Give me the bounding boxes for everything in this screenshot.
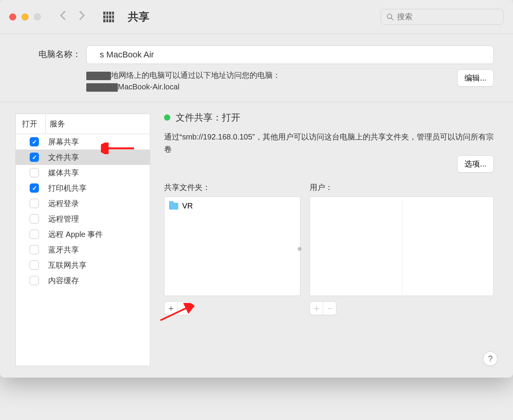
titlebar: 共享 [0,0,513,34]
col-service-header: 服务 [46,114,69,134]
shared-folders-label: 共享文件夹： [164,182,300,193]
users-list[interactable] [310,197,494,296]
service-row[interactable]: ✓打印机共享 [16,180,150,196]
service-row[interactable]: 远程 Apple 事件 [16,227,150,242]
services-header: 打开 服务 [16,114,150,134]
detail-panel: 文件共享：打开 通过“smb://192.168.0.105”，其他用户可以访问… [164,114,494,366]
service-checkbox[interactable] [30,245,39,254]
service-label: 媒体共享 [46,168,79,178]
service-label: 蓝牙共享 [46,245,79,255]
remove-user-button: － [323,302,336,315]
add-user-button: ＋ [310,302,323,315]
computer-name-input[interactable]: xxs MacBook Air [86,45,494,64]
search-field[interactable] [381,9,504,25]
service-checkbox[interactable] [30,199,39,208]
resize-handle-icon[interactable] [298,247,302,251]
close-window-button[interactable] [9,13,16,20]
panel-title: 共享 [128,10,149,24]
service-label: 文件共享 [46,152,79,163]
show-all-icon[interactable] [103,12,114,22]
minimize-window-button[interactable] [22,13,28,20]
service-checkbox[interactable]: ✓ [30,137,39,146]
fullscreen-window-button [34,13,41,20]
redacted-block [86,72,111,80]
service-row[interactable]: 媒体共享 [16,165,150,180]
options-button[interactable]: 选项... [457,155,494,173]
computer-address-desc: 地网络上的电脑可以通过以下地址访问您的电脑： MacBook-Air.local [86,69,280,92]
redacted-block [86,83,118,92]
back-icon[interactable] [59,10,67,24]
share-description: 通过“smb://192.168.0.105”，其他用户可以访问这台电脑上的共享… [164,131,494,155]
service-row[interactable]: 远程登录 [16,196,150,211]
service-row[interactable]: 互联网共享 [16,257,150,273]
service-label: 远程管理 [46,214,79,224]
help-button[interactable]: ? [483,351,498,366]
status-indicator-icon [164,114,170,121]
service-row[interactable]: 远程管理 [16,211,150,227]
header-section: 电脑名称： xxs MacBook Air 地网络上的电脑可以通过以下地址访问您… [0,34,513,102]
service-label: 互联网共享 [46,260,87,270]
status-title: 文件共享：打开 [176,111,240,124]
status-line: 文件共享：打开 [164,111,494,124]
users-add-remove: ＋ － [310,301,337,315]
service-label: 打印机共享 [46,183,87,193]
col-on-header: 打开 [16,114,46,134]
service-row[interactable]: 蓝牙共享 [16,242,150,257]
service-label: 远程登录 [46,198,79,209]
service-checkbox[interactable]: ✓ [30,153,39,162]
computer-name-label: 电脑名称： [23,45,81,60]
edit-button[interactable]: 编辑... [457,69,494,87]
shared-area: 共享文件夹： VR ＋ － 用户： [164,182,494,315]
svg-line-1 [391,18,393,20]
service-label: 屏幕共享 [46,137,79,147]
service-checkbox[interactable]: ✓ [30,183,39,193]
service-checkbox[interactable] [30,276,39,285]
search-input[interactable] [397,12,498,21]
service-row[interactable]: 内容缓存 [16,273,150,288]
service-label: 内容缓存 [46,276,79,286]
users-column: 用户： ＋ － [310,182,494,315]
annotation-arrow-icon [101,143,136,156]
service-checkbox[interactable] [30,214,39,223]
nav-arrows [59,10,86,24]
shared-folders-column: 共享文件夹： VR ＋ － [164,182,300,315]
shared-folders-list[interactable]: VR [164,197,300,296]
folder-icon [169,203,178,210]
window-controls [9,13,41,20]
folder-name: VR [182,202,193,210]
forward-icon[interactable] [78,10,86,24]
services-list: ✓屏幕共享✓文件共享媒体共享✓打印机共享远程登录远程管理远程 Apple 事件蓝… [16,134,150,288]
folder-item[interactable]: VR [168,200,296,212]
service-checkbox[interactable] [30,230,39,239]
service-checkbox[interactable] [30,168,39,177]
preferences-window: 共享 电脑名称： xxs MacBook Air 地网络上的电脑可以通过以下地址… [0,0,513,378]
search-icon [386,13,394,21]
service-label: 远程 Apple 事件 [46,229,103,240]
service-checkbox[interactable] [30,260,39,270]
users-label: 用户： [310,182,494,193]
main-content: 打开 服务 ✓屏幕共享✓文件共享媒体共享✓打印机共享远程登录远程管理远程 App… [0,102,513,378]
